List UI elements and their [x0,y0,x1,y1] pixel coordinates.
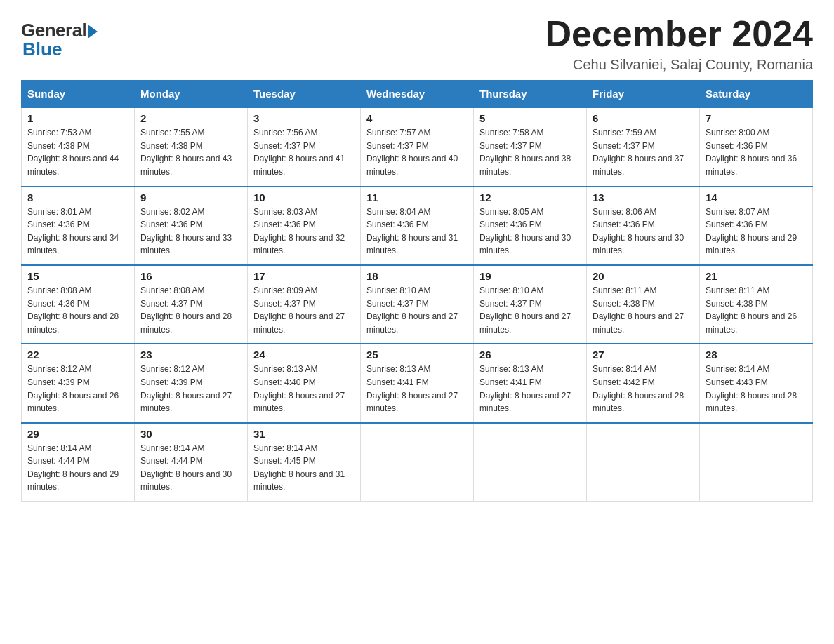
day-number: 8 [27,192,128,203]
day-number: 4 [366,112,468,124]
day-number: 12 [479,192,581,203]
day-header-thursday: Thursday [474,81,587,108]
header-row: SundayMondayTuesdayWednesdayThursdayFrid… [22,81,813,108]
day-cell: 6 Sunrise: 7:59 AMSunset: 4:37 PMDayligh… [587,107,700,186]
day-number: 18 [366,270,468,282]
day-header-tuesday: Tuesday [248,81,361,108]
day-number: 21 [706,270,807,282]
week-row-1: 1 Sunrise: 7:53 AMSunset: 4:38 PMDayligh… [22,107,813,186]
logo-arrow-icon [88,25,98,39]
logo-blue-text: Blue [22,39,62,60]
day-info: Sunrise: 8:11 AMSunset: 4:38 PMDaylight:… [706,284,807,336]
day-cell: 14 Sunrise: 8:07 AMSunset: 4:36 PMDaylig… [700,187,813,265]
day-info: Sunrise: 8:00 AMSunset: 4:36 PMDaylight:… [706,126,807,178]
logo: General Blue [21,14,98,60]
day-cell: 31 Sunrise: 8:14 AMSunset: 4:45 PMDaylig… [248,423,361,502]
day-cell: 22 Sunrise: 8:12 AMSunset: 4:39 PMDaylig… [22,344,135,422]
day-header-saturday: Saturday [700,81,813,108]
day-info: Sunrise: 8:12 AMSunset: 4:39 PMDaylight:… [140,363,241,415]
day-number: 1 [27,112,128,124]
day-info: Sunrise: 8:14 AMSunset: 4:43 PMDaylight:… [706,363,807,415]
day-info: Sunrise: 8:08 AMSunset: 4:36 PMDaylight:… [27,284,128,336]
day-info: Sunrise: 8:14 AMSunset: 4:45 PMDaylight:… [253,442,355,494]
day-cell: 8 Sunrise: 8:01 AMSunset: 4:36 PMDayligh… [22,187,135,265]
day-info: Sunrise: 8:13 AMSunset: 4:41 PMDaylight:… [479,363,581,415]
day-cell [361,423,474,502]
day-number: 25 [366,349,468,361]
day-number: 26 [479,349,581,361]
day-number: 30 [140,428,241,440]
day-header-monday: Monday [135,81,248,108]
day-cell: 4 Sunrise: 7:57 AMSunset: 4:37 PMDayligh… [361,107,474,186]
day-info: Sunrise: 8:07 AMSunset: 4:36 PMDaylight:… [706,206,807,257]
day-cell: 2 Sunrise: 7:55 AMSunset: 4:38 PMDayligh… [135,107,248,186]
day-cell: 20 Sunrise: 8:11 AMSunset: 4:38 PMDaylig… [587,265,700,344]
day-number: 17 [253,270,355,282]
day-cell: 3 Sunrise: 7:56 AMSunset: 4:37 PMDayligh… [248,107,361,186]
day-info: Sunrise: 7:59 AMSunset: 4:37 PMDaylight:… [593,126,694,178]
day-number: 3 [253,112,355,124]
day-cell: 21 Sunrise: 8:11 AMSunset: 4:38 PMDaylig… [700,265,813,344]
day-number: 10 [253,192,355,203]
day-cell: 18 Sunrise: 8:10 AMSunset: 4:37 PMDaylig… [361,265,474,344]
day-info: Sunrise: 8:08 AMSunset: 4:37 PMDaylight:… [140,284,241,336]
location-subtitle: Cehu Silvaniei, Salaj County, Romania [545,57,813,73]
day-number: 20 [593,270,694,282]
title-section: December 2024 Cehu Silvaniei, Salaj Coun… [545,14,813,73]
day-number: 24 [253,349,355,361]
day-number: 11 [366,192,468,203]
day-number: 19 [479,270,581,282]
day-header-wednesday: Wednesday [361,81,474,108]
day-number: 6 [593,112,694,124]
day-number: 15 [27,270,128,282]
day-header-friday: Friday [587,81,700,108]
day-info: Sunrise: 8:02 AMSunset: 4:36 PMDaylight:… [140,206,241,257]
day-cell: 23 Sunrise: 8:12 AMSunset: 4:39 PMDaylig… [135,344,248,422]
day-info: Sunrise: 8:14 AMSunset: 4:42 PMDaylight:… [593,363,694,415]
week-row-4: 22 Sunrise: 8:12 AMSunset: 4:39 PMDaylig… [22,344,813,422]
day-cell: 1 Sunrise: 7:53 AMSunset: 4:38 PMDayligh… [22,107,135,186]
day-header-sunday: Sunday [22,81,135,108]
day-cell [587,423,700,502]
day-info: Sunrise: 8:10 AMSunset: 4:37 PMDaylight:… [366,284,468,336]
day-cell [700,423,813,502]
day-cell [474,423,587,502]
day-info: Sunrise: 7:53 AMSunset: 4:38 PMDaylight:… [27,126,128,178]
day-number: 2 [140,112,241,124]
day-cell: 12 Sunrise: 8:05 AMSunset: 4:36 PMDaylig… [474,187,587,265]
month-title: December 2024 [545,14,813,54]
day-cell: 30 Sunrise: 8:14 AMSunset: 4:44 PMDaylig… [135,423,248,502]
day-cell: 28 Sunrise: 8:14 AMSunset: 4:43 PMDaylig… [700,344,813,422]
day-number: 14 [706,192,807,203]
day-info: Sunrise: 8:09 AMSunset: 4:37 PMDaylight:… [253,284,355,336]
page-header: General Blue December 2024 Cehu Silvanie… [21,14,813,73]
day-cell: 7 Sunrise: 8:00 AMSunset: 4:36 PMDayligh… [700,107,813,186]
day-info: Sunrise: 8:03 AMSunset: 4:36 PMDaylight:… [253,206,355,257]
day-info: Sunrise: 7:57 AMSunset: 4:37 PMDaylight:… [366,126,468,178]
day-cell: 26 Sunrise: 8:13 AMSunset: 4:41 PMDaylig… [474,344,587,422]
day-info: Sunrise: 8:11 AMSunset: 4:38 PMDaylight:… [593,284,694,336]
day-cell: 29 Sunrise: 8:14 AMSunset: 4:44 PMDaylig… [22,423,135,502]
day-number: 9 [140,192,241,203]
day-number: 29 [27,428,128,440]
day-cell: 19 Sunrise: 8:10 AMSunset: 4:37 PMDaylig… [474,265,587,344]
day-info: Sunrise: 8:12 AMSunset: 4:39 PMDaylight:… [27,363,128,415]
day-cell: 13 Sunrise: 8:06 AMSunset: 4:36 PMDaylig… [587,187,700,265]
day-info: Sunrise: 8:14 AMSunset: 4:44 PMDaylight:… [140,442,241,494]
day-info: Sunrise: 7:56 AMSunset: 4:37 PMDaylight:… [253,126,355,178]
calendar-table: SundayMondayTuesdayWednesdayThursdayFrid… [21,80,813,502]
day-info: Sunrise: 7:58 AMSunset: 4:37 PMDaylight:… [479,126,581,178]
week-row-3: 15 Sunrise: 8:08 AMSunset: 4:36 PMDaylig… [22,265,813,344]
day-number: 23 [140,349,241,361]
day-cell: 9 Sunrise: 8:02 AMSunset: 4:36 PMDayligh… [135,187,248,265]
week-row-5: 29 Sunrise: 8:14 AMSunset: 4:44 PMDaylig… [22,423,813,502]
day-info: Sunrise: 8:04 AMSunset: 4:36 PMDaylight:… [366,206,468,257]
day-number: 27 [593,349,694,361]
week-row-2: 8 Sunrise: 8:01 AMSunset: 4:36 PMDayligh… [22,187,813,265]
day-cell: 5 Sunrise: 7:58 AMSunset: 4:37 PMDayligh… [474,107,587,186]
day-cell: 15 Sunrise: 8:08 AMSunset: 4:36 PMDaylig… [22,265,135,344]
day-info: Sunrise: 8:14 AMSunset: 4:44 PMDaylight:… [27,442,128,494]
day-cell: 17 Sunrise: 8:09 AMSunset: 4:37 PMDaylig… [248,265,361,344]
day-info: Sunrise: 7:55 AMSunset: 4:38 PMDaylight:… [140,126,241,178]
day-number: 16 [140,270,241,282]
